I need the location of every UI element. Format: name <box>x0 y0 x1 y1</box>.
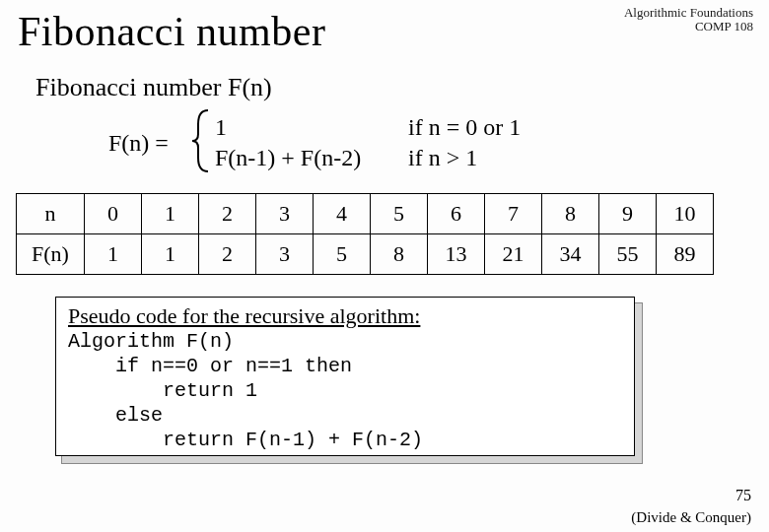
fn-cell: 13 <box>428 234 485 275</box>
case1-value: 1 <box>215 112 402 143</box>
n-cell: 9 <box>599 194 657 234</box>
definition-lhs: F(n) = <box>108 130 169 157</box>
n-cell: 8 <box>542 194 599 234</box>
slide-number: 75 <box>735 487 751 504</box>
code-line: return F(n-1) + F(n-2) <box>68 428 622 452</box>
course-title: Algorithmic Foundations <box>624 6 753 20</box>
code-line: return 1 <box>68 378 622 403</box>
fn-cell: 34 <box>542 234 599 275</box>
n-cell: 3 <box>256 194 314 234</box>
n-cell: 5 <box>371 194 428 234</box>
row-header-n: n <box>17 194 85 234</box>
table-row: F(n) 1 1 2 3 5 8 13 21 34 55 89 <box>17 234 714 275</box>
pseudocode-box: Pseudo code for the recursive algorithm:… <box>55 297 635 456</box>
fn-cell: 89 <box>657 234 714 275</box>
fibonacci-table: n 0 1 2 3 4 5 6 7 8 9 10 F(n) 1 1 2 3 5 … <box>16 193 714 275</box>
definition-cases: 1 if n = 0 or 1 F(n-1) + F(n-2) if n > 1 <box>215 112 521 173</box>
n-cell: 7 <box>485 194 542 234</box>
fn-cell: 5 <box>314 234 371 275</box>
case2-condition: if n > 1 <box>408 143 477 173</box>
n-cell: 2 <box>199 194 256 234</box>
n-cell: 10 <box>657 194 714 234</box>
n-cell: 6 <box>428 194 485 234</box>
code-line: Algorithm F(n) <box>68 329 622 354</box>
fn-cell: 8 <box>371 234 428 275</box>
fn-cell: 1 <box>142 234 199 275</box>
code-line: else <box>68 403 622 428</box>
fn-cell: 21 <box>485 234 542 275</box>
n-cell: 1 <box>142 194 199 234</box>
course-header: Algorithmic Foundations COMP 108 <box>624 6 753 34</box>
slide-subtitle: Fibonacci number F(n) <box>0 55 769 102</box>
table-row: n 0 1 2 3 4 5 6 7 8 9 10 <box>17 194 714 234</box>
n-cell: 0 <box>85 194 142 234</box>
code-line: if n==0 or n==1 then <box>68 354 622 378</box>
fn-cell: 2 <box>199 234 256 275</box>
pseudocode-heading: Pseudo code for the recursive algorithm: <box>68 303 622 329</box>
curly-brace-icon <box>190 108 212 177</box>
course-code: COMP 108 <box>624 20 753 33</box>
n-cell: 4 <box>314 194 371 234</box>
fn-cell: 1 <box>85 234 142 275</box>
case1-condition: if n = 0 or 1 <box>408 112 521 143</box>
fn-cell: 55 <box>599 234 657 275</box>
row-header-fn: F(n) <box>17 234 85 275</box>
definition-block: F(n) = 1 if n = 0 or 1 F(n-1) + F(n-2) i… <box>108 112 769 177</box>
case2-value: F(n-1) + F(n-2) <box>215 143 402 173</box>
footer-text: (Divide & Conquer) <box>631 509 751 526</box>
fn-cell: 3 <box>256 234 314 275</box>
